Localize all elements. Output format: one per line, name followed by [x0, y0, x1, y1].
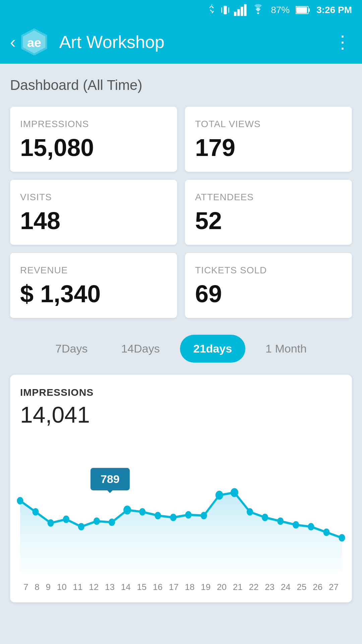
- x-label-15: 15: [137, 582, 146, 592]
- svg-point-13: [17, 497, 23, 504]
- svg-point-15: [48, 519, 54, 527]
- stat-value-impressions: 15,080: [20, 136, 167, 160]
- svg-point-33: [323, 529, 329, 536]
- x-label-16: 16: [153, 582, 163, 592]
- app-logo: ae: [19, 27, 49, 57]
- more-options-button[interactable]: ⋮: [334, 32, 352, 52]
- x-label-22: 22: [249, 582, 258, 592]
- svg-rect-9: [296, 7, 307, 13]
- svg-rect-3: [234, 12, 237, 16]
- filter-1month[interactable]: 1 Month: [252, 335, 320, 363]
- svg-point-18: [94, 518, 100, 525]
- chart-x-axis: 7 8 9 10 11 12 13 14 15 16 17 18 19 20 2…: [20, 579, 342, 592]
- page-title: Art Workshop: [59, 32, 334, 52]
- x-label-20: 20: [217, 582, 227, 592]
- x-label-21: 21: [233, 582, 243, 592]
- stat-value-visits: 148: [20, 209, 167, 233]
- svg-point-22: [155, 512, 161, 519]
- svg-rect-6: [244, 4, 247, 16]
- filter-14days[interactable]: 14Days: [108, 335, 173, 363]
- stats-grid: IMPRESSIONS 15,080 TOTAL VIEWS 179 VISIT…: [10, 107, 352, 318]
- svg-point-30: [277, 518, 284, 525]
- filter-7days[interactable]: 7Days: [42, 335, 101, 363]
- status-bar: 87% 3:26 PM: [0, 0, 362, 20]
- stat-value-attendees: 52: [195, 209, 342, 233]
- x-label-7: 7: [23, 582, 28, 592]
- stat-card-total-views: TOTAL VIEWS 179: [185, 107, 352, 172]
- back-button[interactable]: ‹: [10, 32, 16, 52]
- svg-rect-5: [241, 7, 243, 16]
- stat-card-tickets-sold: TICKETS SOLD 69: [185, 253, 352, 318]
- svg-rect-0: [224, 6, 227, 14]
- battery-percent: 87%: [271, 5, 290, 15]
- stat-value-tickets-sold: 69: [195, 282, 342, 306]
- chart-area: 789: [20, 438, 342, 579]
- x-label-14: 14: [121, 582, 131, 592]
- stat-card-attendees: ATTENDEES 52: [185, 180, 352, 245]
- filter-21days[interactable]: 21days: [180, 335, 245, 363]
- stat-value-total-views: 179: [195, 136, 342, 160]
- svg-point-21: [139, 508, 145, 516]
- x-label-12: 12: [89, 582, 99, 592]
- status-time: 3:26 PM: [316, 5, 352, 15]
- x-label-24: 24: [281, 582, 291, 592]
- svg-point-19: [109, 519, 115, 526]
- svg-rect-2: [228, 7, 229, 13]
- stat-card-impressions: IMPRESSIONS 15,080: [10, 107, 177, 172]
- svg-point-16: [63, 516, 69, 523]
- x-label-13: 13: [105, 582, 115, 592]
- stat-label-visits: VISITS: [20, 192, 167, 203]
- x-label-23: 23: [265, 582, 275, 592]
- svg-point-25: [201, 512, 207, 519]
- chart-svg: [20, 438, 342, 579]
- status-icons: [207, 4, 265, 16]
- svg-point-29: [262, 514, 268, 521]
- top-bar: ‹ ae Art Workshop ⋮: [0, 20, 362, 64]
- x-label-10: 10: [57, 582, 67, 592]
- svg-point-14: [32, 508, 39, 516]
- x-label-8: 8: [35, 582, 39, 592]
- svg-rect-4: [237, 9, 240, 16]
- svg-point-34: [339, 534, 345, 541]
- time-filter-tabs: 7Days 14Days 21days 1 Month: [10, 335, 352, 363]
- svg-point-23: [170, 514, 176, 521]
- svg-point-32: [308, 523, 314, 530]
- stat-value-revenue: $ 1,340: [20, 282, 167, 306]
- svg-point-24: [185, 511, 191, 519]
- stat-label-tickets-sold: TICKETS SOLD: [195, 265, 342, 276]
- stat-label-attendees: ATTENDEES: [195, 192, 342, 203]
- stat-label-impressions: IMPRESSIONS: [20, 119, 167, 129]
- main-content: Dashboard (All Time) IMPRESSIONS 15,080 …: [0, 64, 362, 612]
- stat-label-revenue: REVENUE: [20, 265, 167, 276]
- x-label-17: 17: [169, 582, 179, 592]
- dashboard-heading: Dashboard (All Time): [10, 77, 352, 93]
- stat-label-total-views: TOTAL VIEWS: [195, 119, 342, 129]
- chart-heading: IMPRESSIONS: [20, 387, 342, 398]
- x-label-26: 26: [313, 582, 322, 592]
- x-label-19: 19: [201, 582, 210, 592]
- stat-card-revenue: REVENUE $ 1,340: [10, 253, 177, 318]
- x-label-11: 11: [73, 582, 83, 592]
- impressions-chart-card: IMPRESSIONS 14,041 789: [10, 375, 352, 602]
- x-label-25: 25: [297, 582, 307, 592]
- svg-point-20: [123, 505, 131, 515]
- x-label-18: 18: [185, 582, 195, 592]
- svg-point-28: [247, 508, 253, 516]
- svg-text:ae: ae: [27, 36, 41, 50]
- svg-point-26: [216, 491, 223, 500]
- svg-rect-1: [221, 7, 222, 13]
- svg-point-27: [231, 488, 238, 497]
- chart-total-value: 14,041: [20, 401, 342, 428]
- svg-point-17: [78, 523, 84, 530]
- svg-rect-8: [308, 8, 310, 12]
- stat-card-visits: VISITS 148: [10, 180, 177, 245]
- x-label-27: 27: [329, 582, 339, 592]
- svg-point-31: [293, 521, 299, 529]
- x-label-9: 9: [46, 582, 51, 592]
